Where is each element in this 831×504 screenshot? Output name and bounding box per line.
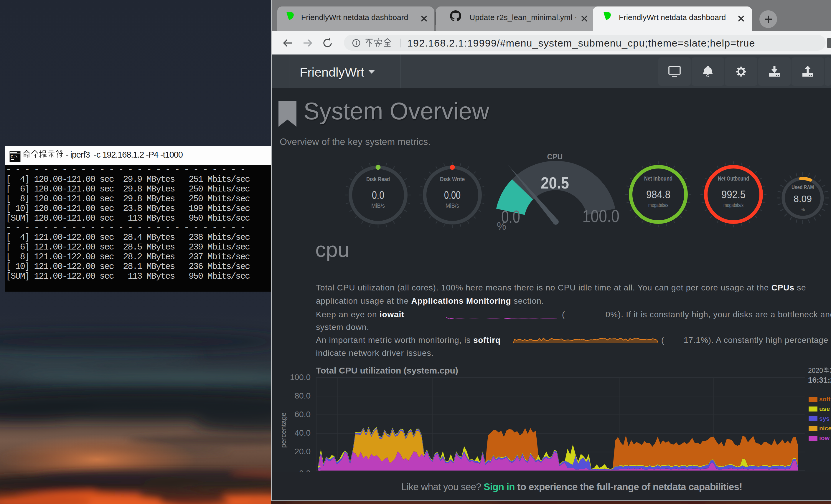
svg-text:%: %	[801, 207, 805, 212]
svg-text:C:\: C:\	[10, 154, 18, 159]
svg-text:0.0: 0.0	[372, 189, 384, 201]
svg-text:Net Inbound: Net Inbound	[644, 175, 672, 182]
svg-text:MiB/s: MiB/s	[371, 202, 385, 209]
svg-text:100.0: 100.0	[582, 206, 620, 226]
svg-text:Disk Write: Disk Write	[440, 176, 465, 182]
svg-text:984.8: 984.8	[646, 188, 670, 201]
svg-text:992.5: 992.5	[721, 188, 746, 201]
svg-text:Used RAM: Used RAM	[792, 184, 814, 190]
svg-text:8.09: 8.09	[794, 194, 812, 204]
svg-text:Disk Read: Disk Read	[366, 176, 390, 182]
svg-text:CPU: CPU	[547, 153, 563, 161]
svg-text:0.00: 0.00	[444, 189, 461, 201]
svg-text:%: %	[497, 220, 506, 232]
svg-text:megabits/s: megabits/s	[648, 202, 668, 208]
svg-text:MiB/s: MiB/s	[446, 202, 459, 209]
svg-text:Net Outbound: Net Outbound	[718, 175, 749, 182]
svg-text:20.5: 20.5	[541, 174, 569, 192]
svg-text:megabits/s: megabits/s	[723, 202, 743, 208]
